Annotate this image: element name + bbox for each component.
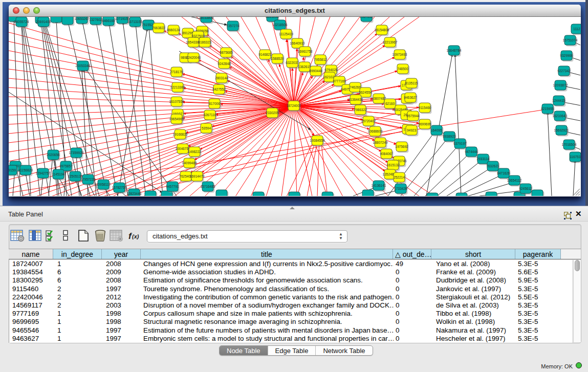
svg-text:1327602: 1327602 bbox=[89, 18, 102, 21]
svg-text:1733426: 1733426 bbox=[394, 187, 407, 190]
svg-text:15751074: 15751074 bbox=[563, 38, 578, 42]
svg-text:12213967: 12213967 bbox=[383, 40, 398, 44]
svg-text:17957223: 17957223 bbox=[81, 178, 96, 181]
svg-text:14136141: 14136141 bbox=[372, 184, 386, 187]
svg-text:8813054: 8813054 bbox=[266, 17, 279, 18]
svg-text:15692921: 15692921 bbox=[554, 128, 569, 132]
svg-text:2718176: 2718176 bbox=[170, 70, 183, 74]
svg-text:5875685: 5875685 bbox=[220, 51, 233, 54]
svg-text:1362615: 1362615 bbox=[298, 65, 311, 69]
svg-text:16107554: 16107554 bbox=[169, 100, 184, 103]
svg-text:6794028: 6794028 bbox=[324, 68, 338, 72]
svg-text:7632621: 7632621 bbox=[486, 164, 499, 168]
svg-text:9245612: 9245612 bbox=[519, 187, 532, 190]
svg-text:16154808: 16154808 bbox=[375, 28, 389, 32]
svg-text:(x): (x) bbox=[132, 233, 139, 239]
svg-text:9575944: 9575944 bbox=[406, 114, 420, 118]
svg-text:3267110: 3267110 bbox=[204, 113, 216, 117]
svg-text:7986322: 7986322 bbox=[354, 108, 367, 112]
svg-text:2987652: 2987652 bbox=[360, 17, 373, 18]
svg-text:16713155: 16713155 bbox=[128, 20, 143, 24]
svg-text:20053346: 20053346 bbox=[76, 64, 91, 68]
svg-text:746266: 746266 bbox=[350, 85, 361, 89]
svg-text:8135115: 8135115 bbox=[405, 81, 418, 85]
svg-text:1615132: 1615132 bbox=[386, 163, 400, 167]
svg-text:1975692: 1975692 bbox=[395, 145, 408, 148]
svg-text:16961758: 16961758 bbox=[298, 50, 313, 53]
svg-text:8990448: 8990448 bbox=[309, 69, 322, 73]
svg-text:10654112: 10654112 bbox=[507, 179, 522, 182]
svg-text:10973493: 10973493 bbox=[393, 53, 407, 56]
svg-text:19384554: 19384554 bbox=[310, 139, 325, 142]
svg-text:1588520: 1588520 bbox=[271, 57, 284, 60]
svg-text:8938923: 8938923 bbox=[443, 135, 456, 138]
svg-text:9777169: 9777169 bbox=[333, 79, 346, 83]
svg-text:748500: 748500 bbox=[397, 67, 408, 71]
svg-text:10958117: 10958117 bbox=[96, 183, 111, 186]
svg-text:9329966: 9329966 bbox=[560, 54, 573, 57]
svg-text:8427552: 8427552 bbox=[212, 87, 226, 91]
svg-text:22420046: 22420046 bbox=[186, 56, 201, 59]
svg-text:17359928: 17359928 bbox=[69, 151, 84, 155]
svg-text:9474444: 9474444 bbox=[465, 150, 478, 154]
svg-text:19654965: 19654965 bbox=[169, 117, 184, 121]
svg-text:10807487: 10807487 bbox=[372, 97, 386, 100]
svg-text:9242848: 9242848 bbox=[217, 62, 231, 65]
svg-text:12093872: 12093872 bbox=[553, 83, 568, 87]
svg-text:17016504: 17016504 bbox=[562, 143, 577, 146]
svg-text:9463627: 9463627 bbox=[404, 96, 417, 99]
svg-text:21364436: 21364436 bbox=[349, 98, 363, 101]
svg-text:2330205: 2330205 bbox=[266, 111, 279, 115]
svg-text:10218506: 10218506 bbox=[273, 23, 288, 27]
svg-text:19166825: 19166825 bbox=[173, 133, 188, 136]
svg-text:10688609: 10688609 bbox=[368, 129, 383, 133]
svg-text:16648784: 16648784 bbox=[447, 49, 462, 52]
svg-text:2020656: 2020656 bbox=[47, 153, 60, 157]
svg-text:94923: 94923 bbox=[407, 128, 416, 132]
svg-text:12942757: 12942757 bbox=[36, 171, 51, 175]
svg-text:7357274: 7357274 bbox=[226, 24, 239, 28]
svg-text:1244415: 1244415 bbox=[552, 99, 565, 102]
svg-text:164095: 164095 bbox=[431, 128, 442, 132]
svg-text:8186323: 8186323 bbox=[198, 40, 211, 44]
svg-text:9084067: 9084067 bbox=[380, 152, 393, 156]
svg-text:8471626: 8471626 bbox=[497, 171, 510, 175]
svg-text:16914479: 16914479 bbox=[190, 174, 205, 178]
svg-text:39159: 39159 bbox=[9, 168, 16, 172]
svg-text:20691406: 20691406 bbox=[36, 20, 51, 24]
svg-text:9699695: 9699695 bbox=[418, 122, 431, 126]
svg-text:9975857: 9975857 bbox=[59, 164, 73, 168]
svg-text:252214: 252214 bbox=[394, 176, 405, 179]
svg-text:817006: 817006 bbox=[209, 102, 220, 105]
svg-text:9227342: 9227342 bbox=[557, 69, 571, 73]
svg-text:11156829: 11156829 bbox=[18, 168, 33, 172]
svg-text:12823446: 12823446 bbox=[127, 192, 142, 195]
svg-text:1112: 1112 bbox=[573, 27, 580, 31]
svg-text:6379197: 6379197 bbox=[453, 142, 467, 145]
svg-text:16210643: 16210643 bbox=[553, 114, 568, 118]
svg-text:8215955: 8215955 bbox=[541, 107, 554, 111]
svg-text:24055724: 24055724 bbox=[14, 20, 29, 24]
svg-text:9146821: 9146821 bbox=[258, 53, 272, 56]
svg-text:18807249: 18807249 bbox=[373, 141, 388, 144]
svg-text:11125419: 11125419 bbox=[279, 32, 293, 36]
svg-text:9115460: 9115460 bbox=[419, 106, 431, 110]
svg-text:62160: 62160 bbox=[385, 102, 395, 105]
svg-text:6466160: 6466160 bbox=[102, 19, 115, 23]
svg-text:12213389: 12213389 bbox=[170, 85, 185, 89]
svg-text:15720407: 15720407 bbox=[361, 119, 376, 123]
svg-text:116753: 116753 bbox=[570, 155, 581, 159]
svg-text:9457791: 9457791 bbox=[166, 185, 179, 188]
svg-text:16033809: 16033809 bbox=[199, 17, 214, 19]
svg-text:14099489: 14099489 bbox=[182, 161, 197, 165]
svg-text:18724007: 18724007 bbox=[287, 104, 301, 107]
svg-text:6322037: 6322037 bbox=[286, 61, 299, 64]
svg-text:8660124: 8660124 bbox=[167, 28, 180, 32]
svg-text:1145194: 1145194 bbox=[52, 172, 65, 176]
svg-text:1498222: 1498222 bbox=[188, 150, 201, 154]
svg-text:15716485: 15716485 bbox=[201, 185, 215, 188]
svg-text:10653267: 10653267 bbox=[75, 17, 90, 20]
svg-text:16782759: 16782759 bbox=[112, 186, 127, 189]
svg-text:2803144: 2803144 bbox=[215, 76, 228, 80]
svg-text:7955812: 7955812 bbox=[314, 58, 327, 61]
